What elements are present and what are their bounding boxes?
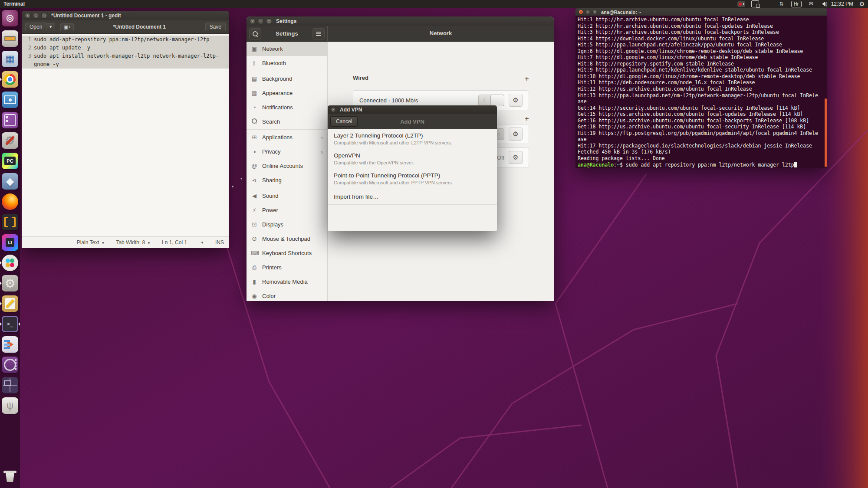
dock-item-pycharm[interactable]: [0, 153, 20, 169]
minimize-button[interactable]: –: [33, 13, 39, 19]
minimize-button[interactable]: –: [585, 10, 590, 14]
volume-icon[interactable]: )): [821, 0, 828, 7]
settings-titlebar[interactable]: ✕ – ▢ Settings: [247, 16, 554, 26]
sidebar-item-printers[interactable]: ⎙Printers: [247, 260, 327, 275]
slack-tray-icon[interactable]: [765, 0, 772, 7]
tab-width-selector[interactable]: Tab Width: 8▼: [116, 239, 151, 246]
dock-item-screenshot-tool[interactable]: [0, 92, 20, 108]
save-button[interactable]: Save: [205, 23, 226, 31]
menu-button[interactable]: [312, 28, 325, 39]
sidebar-item-applications[interactable]: ⊞Applications›: [247, 130, 327, 144]
keyboard-layout-indicator[interactable]: Hr: [791, 1, 802, 7]
sidebar-item-displays[interactable]: ⊡Displays: [247, 217, 327, 232]
wired-settings-button[interactable]: ⚙: [509, 94, 523, 107]
maximize-button[interactable]: ▢: [592, 10, 597, 14]
statusbar-dropdown-arrow[interactable]: ▼: [201, 241, 204, 245]
terminal-line: Fetched 450 kB in 3s (176 kB/s): [578, 149, 825, 155]
wired-toggle[interactable]: I: [478, 95, 504, 106]
sidebar-item-background[interactable]: ▤Background: [247, 72, 327, 86]
dock-item-settings-gear[interactable]: [0, 275, 20, 291]
dock-item-text-editor[interactable]: [0, 295, 20, 312]
active-app-name[interactable]: Terminal: [3, 1, 25, 7]
dock-item-installer[interactable]: [0, 51, 20, 67]
maximize-button[interactable]: ▢: [266, 18, 272, 24]
dock-item-trash[interactable]: [0, 469, 20, 485]
sidebar-item-sound[interactable]: ◀Sound: [247, 189, 327, 203]
vpn-type-point-to-point[interactable]: Point-to-Point Tunneling Protocol (PPTP)…: [328, 169, 497, 189]
mail-icon[interactable]: ✉: [808, 0, 815, 7]
top-panel: Terminal ⇅Hr✉)) 12:32 PM ⚙: [0, 0, 868, 8]
proxy-settings-button[interactable]: ⚙: [509, 151, 523, 164]
close-button[interactable]: ✕: [579, 10, 583, 14]
terminal-scrollbar[interactable]: [825, 98, 827, 167]
dock-item-file-cabinet[interactable]: [0, 30, 20, 47]
text-editor-area[interactable]: 1sudo add-apt-repository ppa:nm-l2tp/net…: [22, 34, 229, 237]
dock-item-workspace-switcher[interactable]: [0, 377, 20, 393]
sidebar-divider: [247, 129, 327, 130]
sidebar-item-bluetooth[interactable]: ᛒBluetooth: [247, 56, 327, 70]
sidebar-item-notifications[interactable]: ◔Notifications: [247, 100, 327, 115]
vpn-settings-button[interactable]: ⚙: [509, 128, 523, 141]
dock-item-firefox[interactable]: [0, 193, 20, 210]
terminal-titlebar[interactable]: ✕ – ▢ ana@Racunalo: ~: [575, 8, 827, 16]
sidebar-item-privacy[interactable]: ◑Privacy›: [247, 144, 327, 159]
sidebar-item-keyboard-shortcuts[interactable]: ⌨Keyboard Shortcuts: [247, 246, 327, 260]
cursor-position[interactable]: Ln 1, Col 1: [162, 239, 187, 246]
gedit-titlebar[interactable]: ✕ – ▢ *Untitled Document 1 - gedit: [22, 11, 229, 20]
dock-item-screen-recorder[interactable]: [0, 214, 20, 230]
dock-item-chrome[interactable]: [0, 71, 20, 88]
sidebar-item-removable-media[interactable]: ▮Removable Media: [247, 275, 327, 289]
dock-item-system-tools[interactable]: [0, 132, 20, 149]
search-button[interactable]: [249, 28, 261, 39]
new-document-button[interactable]: ▣+: [60, 23, 74, 31]
dock-item-purple-window[interactable]: [0, 112, 20, 128]
add-vpn-button[interactable]: +: [525, 115, 529, 123]
add-wired-button[interactable]: +: [525, 75, 529, 83]
dock-item-media-player[interactable]: [0, 357, 20, 373]
dialog-titlebar[interactable]: ✕ Add VPN: [328, 105, 497, 114]
session-gear-icon[interactable]: ⚙: [858, 0, 865, 7]
dialog-headerbar: Cancel Add VPN: [328, 114, 497, 129]
minimize-button[interactable]: –: [258, 18, 264, 24]
mouse-touchpad-icon: ʘ: [251, 236, 258, 242]
screen-record-icon[interactable]: [737, 1, 745, 7]
network-arrows-icon[interactable]: ⇅: [778, 0, 785, 7]
dock-item-video-editor[interactable]: [0, 336, 20, 353]
clipboard-icon[interactable]: [751, 0, 759, 7]
line-number: 1: [22, 36, 34, 44]
import-from-file-item[interactable]: Import from file…: [328, 189, 497, 205]
sidebar-item-search[interactable]: Search: [247, 115, 327, 129]
gedit-toolbar: Open ▼ ▣+ *Untitled Document 1 Save: [22, 20, 229, 34]
open-dropdown-arrow[interactable]: ▼: [46, 23, 55, 30]
page-title: Network: [328, 26, 554, 41]
prompt-user-host: ana@Racunalo: [578, 162, 614, 168]
sidebar-item-sharing[interactable]: ⋖Sharing: [247, 173, 327, 187]
terminal-line: Hit:3 http://hr.archive.ubuntu.com/ubunt…: [578, 29, 825, 36]
dock-item-slack[interactable]: [0, 255, 20, 271]
open-button[interactable]: Open: [25, 23, 46, 31]
running-indicator: [0, 282, 3, 285]
sidebar-item-power[interactable]: ⚡Power: [247, 203, 327, 217]
sidebar-item-network[interactable]: ▣Network: [247, 42, 327, 56]
vpn-type-openvpn[interactable]: OpenVPNCompatible with the OpenVPN serve…: [328, 149, 497, 169]
sidebar-item-appearance[interactable]: ▦Appearance: [247, 86, 327, 100]
close-button[interactable]: ✕: [250, 18, 256, 24]
sidebar-item-online-accounts[interactable]: @Online Accounts: [247, 159, 327, 173]
close-button[interactable]: ✕: [25, 13, 31, 19]
dock-item-ubuntu-dash[interactable]: [0, 10, 20, 26]
terminal-output[interactable]: Hit:1 http://hr.archive.ubuntu.com/ubunt…: [575, 16, 827, 168]
dock-item-usb-drive[interactable]: [0, 397, 20, 414]
usb-drive-icon: [2, 397, 18, 414]
language-selector[interactable]: Plain Text▼: [77, 239, 105, 246]
maximize-button[interactable]: ▢: [41, 13, 47, 19]
sidebar-item-mouse-touchpad[interactable]: ʘMouse & Touchpad: [247, 232, 327, 246]
clock[interactable]: 12:32 PM: [831, 1, 853, 7]
sidebar-item-color[interactable]: ◉Color: [247, 289, 327, 301]
dock-item-terminal[interactable]: [0, 316, 20, 332]
gedit-window: ✕ – ▢ *Untitled Document 1 - gedit Open …: [22, 11, 229, 248]
dock-item-cube[interactable]: [0, 173, 20, 190]
cancel-button[interactable]: Cancel: [330, 116, 358, 127]
vpn-type-layer[interactable]: Layer 2 Tunneling Protocol (L2TP)Compati…: [328, 129, 497, 149]
close-button[interactable]: ✕: [331, 107, 336, 112]
dock-item-intellij[interactable]: [0, 234, 20, 251]
